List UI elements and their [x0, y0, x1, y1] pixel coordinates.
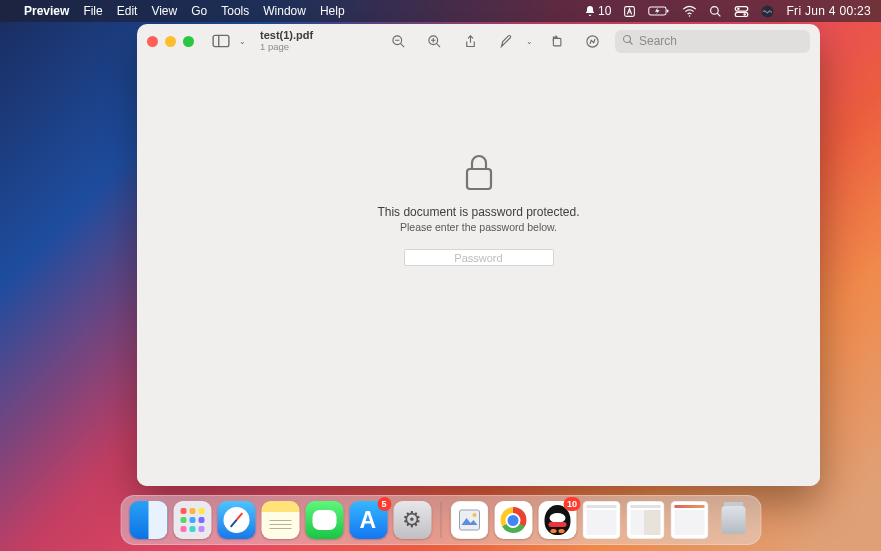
spotlight-icon[interactable] — [709, 5, 722, 18]
dock-separator — [440, 502, 441, 538]
window-pagecount: 1 page — [260, 42, 313, 52]
dock-minimized-window-3[interactable] — [670, 501, 708, 539]
zoom-out-button[interactable] — [385, 29, 411, 53]
document-content-area: This document is password protected. Ple… — [137, 58, 820, 486]
dock-preview-app[interactable] — [450, 501, 488, 539]
dock-qq[interactable]: 10 — [538, 501, 576, 539]
wifi-icon[interactable] — [682, 5, 697, 17]
dock-minimized-window-2[interactable] — [626, 501, 664, 539]
dock-chrome[interactable] — [494, 501, 532, 539]
svg-rect-2 — [667, 9, 669, 12]
rotate-button[interactable] — [543, 29, 569, 53]
control-center-icon[interactable] — [734, 5, 749, 17]
dock: A 5 ⚙︎ 10 — [120, 495, 761, 545]
menu-help[interactable]: Help — [320, 4, 345, 18]
dock-finder[interactable] — [129, 501, 167, 539]
svg-point-8 — [744, 13, 747, 16]
svg-point-6 — [738, 8, 741, 11]
lock-icon — [464, 153, 494, 191]
menubar-app-name[interactable]: Preview — [24, 4, 69, 18]
search-field[interactable] — [615, 30, 810, 53]
menubar: Preview File Edit View Go Tools Window H… — [0, 0, 881, 22]
menu-file[interactable]: File — [83, 4, 102, 18]
menubar-left: Preview File Edit View Go Tools Window H… — [10, 4, 345, 18]
dock-system-preferences[interactable]: ⚙︎ — [393, 501, 431, 539]
svg-point-3 — [689, 15, 691, 17]
password-protected-message: This document is password protected. — [377, 205, 579, 219]
menubar-right: 10 Fri Jun 4 00:23 — [584, 4, 871, 18]
dock-tray: A 5 ⚙︎ 10 — [120, 495, 761, 545]
zoom-in-button[interactable] — [421, 29, 447, 53]
markup-button[interactable] — [579, 29, 605, 53]
sidebar-toggle-button[interactable] — [210, 33, 232, 49]
dock-notes[interactable] — [261, 501, 299, 539]
input-source-icon[interactable] — [623, 5, 636, 18]
traffic-lights — [147, 36, 194, 47]
dock-messages[interactable] — [305, 501, 343, 539]
sidebar-dropdown-icon[interactable]: ⌄ — [239, 37, 246, 46]
svg-rect-20 — [467, 169, 491, 189]
notifications-count: 10 — [598, 4, 611, 18]
highlight-button[interactable] — [493, 29, 519, 53]
svg-rect-10 — [213, 35, 229, 46]
menu-edit[interactable]: Edit — [117, 4, 138, 18]
enter-password-message: Please enter the password below. — [400, 221, 557, 233]
dock-trash[interactable] — [714, 501, 752, 539]
menu-window[interactable]: Window — [263, 4, 306, 18]
menu-tools[interactable]: Tools — [221, 4, 249, 18]
zoom-window-button[interactable] — [183, 36, 194, 47]
menu-view[interactable]: View — [151, 4, 177, 18]
password-input[interactable] — [404, 249, 554, 266]
dock-minimized-window-1[interactable] — [582, 501, 620, 539]
search-icon — [622, 32, 634, 50]
window-title-stack: test(1).pdf 1 page — [260, 30, 313, 52]
notifications-icon[interactable]: 10 — [584, 4, 611, 18]
minimize-window-button[interactable] — [165, 36, 176, 47]
search-input[interactable] — [639, 34, 803, 48]
svg-rect-17 — [553, 38, 561, 46]
share-button[interactable] — [457, 29, 483, 53]
dock-launchpad[interactable] — [173, 501, 211, 539]
svg-point-4 — [711, 6, 719, 14]
highlight-dropdown-icon[interactable]: ⌄ — [526, 37, 533, 46]
close-window-button[interactable] — [147, 36, 158, 47]
menubar-clock[interactable]: Fri Jun 4 00:23 — [786, 4, 871, 18]
window-titlebar: ⌄ test(1).pdf 1 page ⌄ — [137, 24, 820, 58]
qq-badge: 10 — [564, 497, 580, 511]
svg-rect-21 — [459, 510, 479, 530]
dock-safari[interactable] — [217, 501, 255, 539]
svg-point-23 — [472, 513, 476, 517]
svg-point-19 — [624, 36, 631, 43]
preview-window: ⌄ test(1).pdf 1 page ⌄ — [137, 24, 820, 486]
dock-appstore[interactable]: A 5 — [349, 501, 387, 539]
appstore-badge: 5 — [377, 497, 391, 511]
menu-go[interactable]: Go — [191, 4, 207, 18]
siri-icon[interactable] — [761, 5, 774, 18]
battery-icon[interactable] — [648, 5, 670, 17]
